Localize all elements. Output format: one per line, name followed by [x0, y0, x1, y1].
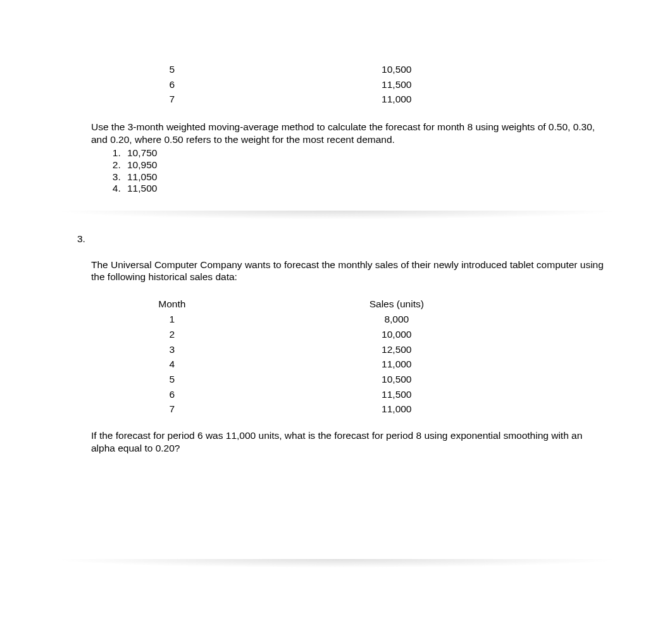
table-row: 510,500	[91, 62, 540, 77]
q3-intro: The Universal Computer Company wants to …	[91, 259, 609, 283]
cell-month: 1	[91, 312, 253, 327]
table-row: 411,000	[91, 357, 540, 372]
cell-sales: 10,000	[253, 327, 540, 342]
cell-sales: 11,000	[253, 402, 540, 417]
q2-partial-table: 510,500611,500711,000	[91, 0, 540, 107]
cell-month: 6	[91, 387, 253, 402]
cell-month: 7	[91, 402, 253, 417]
table-row: 611,500	[91, 77, 540, 92]
cell-sales: 12,500	[253, 342, 540, 357]
cell-month: 2	[91, 327, 253, 342]
q2-prompt: Use the 3-month weighted moving-average …	[91, 121, 609, 146]
cell-sales: 10,500	[253, 62, 540, 77]
cell-sales: 8,000	[253, 312, 540, 327]
cell-sales: 11,000	[253, 92, 540, 107]
q3-header-month: Month	[91, 297, 253, 312]
table-row: 510,500	[91, 372, 540, 387]
answer-option: 10,750	[123, 147, 672, 159]
table-row: 711,000	[91, 402, 540, 417]
q2-answer-list: 10,75010,95011,05011,500	[123, 147, 672, 194]
section-divider	[51, 559, 621, 568]
cell-month: 4	[91, 357, 253, 372]
q3-table-header-row: Month Sales (units)	[91, 297, 540, 312]
cell-month: 5	[91, 372, 253, 387]
cell-month: 3	[91, 342, 253, 357]
cell-month: 5	[91, 62, 253, 77]
question-2-partial: 510,500611,500711,000 Use the 3-month we…	[0, 0, 672, 195]
table-row: 312,500	[91, 342, 540, 357]
answer-option: 11,050	[123, 171, 672, 183]
cell-month: 6	[91, 77, 253, 92]
q3-followup: If the forecast for period 6 was 11,000 …	[91, 429, 609, 543]
cell-sales: 11,500	[253, 77, 540, 92]
section-divider	[51, 211, 621, 219]
q3-number: 3.	[77, 233, 85, 245]
table-row: 210,000	[91, 327, 540, 342]
cell-sales: 11,000	[253, 357, 540, 372]
cell-sales: 11,500	[253, 387, 540, 402]
cell-month: 7	[91, 92, 253, 107]
q3-table: Month Sales (units) 18,000210,000312,500…	[91, 297, 540, 417]
table-row: 711,000	[91, 92, 540, 107]
table-row: 18,000	[91, 312, 540, 327]
q3-header-sales: Sales (units)	[253, 297, 540, 312]
answer-option: 11,500	[123, 183, 672, 195]
answer-option: 10,950	[123, 159, 672, 171]
cell-sales: 10,500	[253, 372, 540, 387]
question-3: 3. The Universal Computer Company wants …	[0, 232, 672, 544]
table-row: 611,500	[91, 387, 540, 402]
